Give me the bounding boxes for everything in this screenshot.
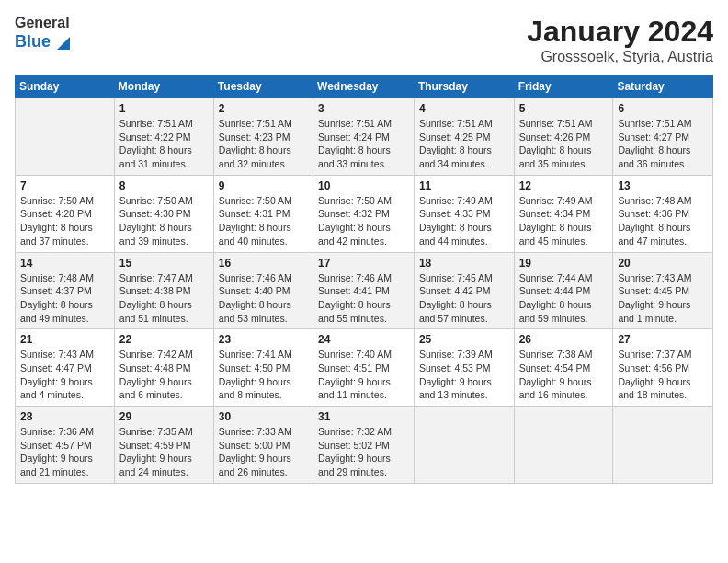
- day-details: Sunrise: 7:49 AM Sunset: 4:33 PM Dayligh…: [419, 194, 509, 248]
- week-row-1: 1Sunrise: 7:51 AM Sunset: 4:22 PM Daylig…: [16, 98, 713, 176]
- day-number: 13: [618, 179, 708, 192]
- column-header-saturday: Saturday: [613, 75, 713, 98]
- day-number: 23: [219, 333, 308, 346]
- calendar-cell: 12Sunrise: 7:49 AM Sunset: 4:34 PM Dayli…: [514, 175, 613, 252]
- day-details: Sunrise: 7:50 AM Sunset: 4:31 PM Dayligh…: [219, 194, 308, 248]
- calendar-cell: 1Sunrise: 7:51 AM Sunset: 4:22 PM Daylig…: [114, 98, 213, 176]
- calendar-header-row: SundayMondayTuesdayWednesdayThursdayFrid…: [16, 75, 713, 98]
- column-header-thursday: Thursday: [414, 75, 514, 98]
- day-number: 11: [419, 179, 509, 192]
- calendar-cell: 22Sunrise: 7:42 AM Sunset: 4:48 PM Dayli…: [114, 329, 213, 407]
- day-number: 10: [318, 179, 409, 192]
- day-number: 27: [618, 333, 708, 346]
- day-details: Sunrise: 7:51 AM Sunset: 4:23 PM Dayligh…: [219, 117, 308, 171]
- calendar-cell: 19Sunrise: 7:44 AM Sunset: 4:44 PM Dayli…: [514, 252, 613, 329]
- column-header-wednesday: Wednesday: [313, 75, 415, 98]
- column-header-monday: Monday: [114, 75, 213, 98]
- day-number: 3: [318, 102, 409, 115]
- day-number: 29: [119, 410, 209, 423]
- day-number: 1: [119, 102, 209, 115]
- day-details: Sunrise: 7:46 AM Sunset: 4:41 PM Dayligh…: [318, 271, 409, 326]
- week-row-4: 21Sunrise: 7:43 AM Sunset: 4:47 PM Dayli…: [16, 329, 713, 407]
- calendar-cell: 16Sunrise: 7:46 AM Sunset: 4:40 PM Dayli…: [213, 252, 313, 329]
- column-header-sunday: Sunday: [16, 75, 115, 98]
- calendar-cell: 18Sunrise: 7:45 AM Sunset: 4:42 PM Dayli…: [414, 252, 514, 329]
- week-row-2: 7Sunrise: 7:50 AM Sunset: 4:28 PM Daylig…: [16, 175, 713, 252]
- week-row-5: 28Sunrise: 7:36 AM Sunset: 4:57 PM Dayli…: [16, 407, 713, 484]
- calendar-cell: 25Sunrise: 7:39 AM Sunset: 4:53 PM Dayli…: [414, 329, 514, 407]
- calendar-cell: 6Sunrise: 7:51 AM Sunset: 4:27 PM Daylig…: [613, 98, 713, 176]
- day-details: Sunrise: 7:50 AM Sunset: 4:28 PM Dayligh…: [20, 194, 109, 248]
- calendar-cell: 27Sunrise: 7:37 AM Sunset: 4:56 PM Dayli…: [613, 329, 713, 407]
- day-details: Sunrise: 7:41 AM Sunset: 4:50 PM Dayligh…: [219, 348, 308, 402]
- day-details: Sunrise: 7:38 AM Sunset: 4:54 PM Dayligh…: [519, 348, 609, 402]
- day-number: 31: [318, 410, 409, 423]
- calendar-cell: 30Sunrise: 7:33 AM Sunset: 5:00 PM Dayli…: [213, 407, 313, 484]
- logo-blue-text: Blue: [15, 33, 51, 52]
- calendar-cell: 26Sunrise: 7:38 AM Sunset: 4:54 PM Dayli…: [514, 329, 613, 407]
- day-details: Sunrise: 7:35 AM Sunset: 4:59 PM Dayligh…: [119, 425, 209, 479]
- calendar-title: January 2024: [527, 15, 713, 49]
- day-details: Sunrise: 7:46 AM Sunset: 4:40 PM Dayligh…: [219, 271, 308, 326]
- svg-marker-0: [57, 37, 70, 50]
- calendar-cell: 23Sunrise: 7:41 AM Sunset: 4:50 PM Dayli…: [213, 329, 313, 407]
- calendar-cell: [16, 98, 115, 176]
- calendar-cell: 2Sunrise: 7:51 AM Sunset: 4:23 PM Daylig…: [213, 98, 313, 176]
- calendar-cell: 11Sunrise: 7:49 AM Sunset: 4:33 PM Dayli…: [414, 175, 514, 252]
- day-number: 28: [20, 410, 109, 423]
- day-number: 19: [519, 257, 609, 270]
- day-number: 30: [219, 410, 308, 423]
- day-details: Sunrise: 7:43 AM Sunset: 4:47 PM Dayligh…: [20, 348, 109, 402]
- calendar-cell: 9Sunrise: 7:50 AM Sunset: 4:31 PM Daylig…: [213, 175, 313, 252]
- day-number: 20: [618, 257, 708, 270]
- day-details: Sunrise: 7:51 AM Sunset: 4:27 PM Dayligh…: [618, 117, 708, 171]
- calendar-cell: 21Sunrise: 7:43 AM Sunset: 4:47 PM Dayli…: [16, 329, 115, 407]
- day-number: 12: [519, 179, 609, 192]
- column-header-friday: Friday: [514, 75, 613, 98]
- day-number: 2: [219, 102, 308, 115]
- day-details: Sunrise: 7:48 AM Sunset: 4:37 PM Dayligh…: [20, 271, 109, 326]
- day-number: 24: [318, 333, 409, 346]
- day-details: Sunrise: 7:40 AM Sunset: 4:51 PM Dayligh…: [318, 348, 409, 402]
- day-details: Sunrise: 7:51 AM Sunset: 4:24 PM Dayligh…: [318, 117, 409, 171]
- day-details: Sunrise: 7:33 AM Sunset: 5:00 PM Dayligh…: [219, 425, 308, 479]
- calendar-cell: 10Sunrise: 7:50 AM Sunset: 4:32 PM Dayli…: [313, 175, 415, 252]
- day-details: Sunrise: 7:42 AM Sunset: 4:48 PM Dayligh…: [119, 348, 209, 402]
- day-number: 7: [20, 179, 109, 192]
- day-details: Sunrise: 7:47 AM Sunset: 4:38 PM Dayligh…: [119, 271, 209, 326]
- day-number: 9: [219, 179, 308, 192]
- day-number: 5: [519, 102, 609, 115]
- day-number: 6: [618, 102, 708, 115]
- day-details: Sunrise: 7:48 AM Sunset: 4:36 PM Dayligh…: [618, 194, 708, 248]
- day-number: 22: [119, 333, 209, 346]
- day-number: 25: [419, 333, 509, 346]
- title-block: January 2024 Grosssoelk, Styria, Austria: [527, 15, 713, 65]
- logo: General Blue: [15, 15, 70, 53]
- page-header: General Blue January 2024 Grosssoelk, St…: [15, 15, 713, 65]
- day-details: Sunrise: 7:51 AM Sunset: 4:25 PM Dayligh…: [419, 117, 509, 171]
- calendar-cell: [613, 407, 713, 484]
- day-details: Sunrise: 7:43 AM Sunset: 4:45 PM Dayligh…: [618, 271, 708, 326]
- calendar-cell: 17Sunrise: 7:46 AM Sunset: 4:41 PM Dayli…: [313, 252, 415, 329]
- day-details: Sunrise: 7:51 AM Sunset: 4:22 PM Dayligh…: [119, 117, 209, 171]
- calendar-cell: 3Sunrise: 7:51 AM Sunset: 4:24 PM Daylig…: [313, 98, 415, 176]
- calendar-cell: 8Sunrise: 7:50 AM Sunset: 4:30 PM Daylig…: [114, 175, 213, 252]
- calendar-cell: 28Sunrise: 7:36 AM Sunset: 4:57 PM Dayli…: [16, 407, 115, 484]
- calendar-cell: 4Sunrise: 7:51 AM Sunset: 4:25 PM Daylig…: [414, 98, 514, 176]
- day-number: 14: [20, 257, 109, 270]
- day-number: 17: [318, 257, 409, 270]
- week-row-3: 14Sunrise: 7:48 AM Sunset: 4:37 PM Dayli…: [16, 252, 713, 329]
- day-details: Sunrise: 7:50 AM Sunset: 4:32 PM Dayligh…: [318, 194, 409, 248]
- calendar-table: SundayMondayTuesdayWednesdayThursdayFrid…: [15, 75, 713, 484]
- calendar-cell: [514, 407, 613, 484]
- calendar-cell: 7Sunrise: 7:50 AM Sunset: 4:28 PM Daylig…: [16, 175, 115, 252]
- day-details: Sunrise: 7:36 AM Sunset: 4:57 PM Dayligh…: [20, 425, 109, 479]
- day-number: 26: [519, 333, 609, 346]
- day-details: Sunrise: 7:45 AM Sunset: 4:42 PM Dayligh…: [419, 271, 509, 326]
- day-number: 16: [219, 257, 308, 270]
- calendar-cell: 29Sunrise: 7:35 AM Sunset: 4:59 PM Dayli…: [114, 407, 213, 484]
- logo-general-text: General: [15, 15, 70, 31]
- calendar-cell: 20Sunrise: 7:43 AM Sunset: 4:45 PM Dayli…: [613, 252, 713, 329]
- calendar-cell: 5Sunrise: 7:51 AM Sunset: 4:26 PM Daylig…: [514, 98, 613, 176]
- day-details: Sunrise: 7:44 AM Sunset: 4:44 PM Dayligh…: [519, 271, 609, 326]
